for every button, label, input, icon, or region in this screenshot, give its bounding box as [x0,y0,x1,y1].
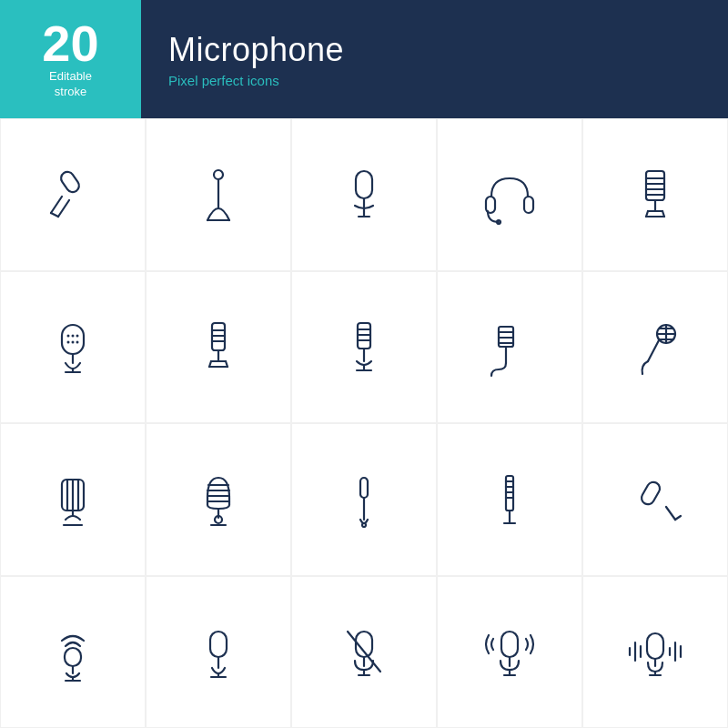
svg-point-25 [72,335,75,338]
icon-lavalier-mic [291,423,437,576]
svg-point-28 [72,341,75,344]
icon-voice-recognition-mic [582,576,728,729]
icon-vintage-studio-mic [582,118,728,271]
svg-line-2 [51,213,58,217]
page-subtitle: Pixel perfect icons [168,73,344,88]
svg-line-1 [51,197,62,213]
icon-retro-mic-small [291,118,437,271]
svg-rect-23 [62,325,84,354]
svg-rect-83 [639,480,662,507]
icon-side-address-mic [0,423,146,576]
icon-shotgun-mic [437,423,582,576]
svg-point-24 [67,335,70,338]
svg-rect-109 [647,633,663,659]
icon-ribbon-mic [291,271,437,424]
svg-line-84 [666,507,675,520]
icon-modern-mic-stand [146,271,291,424]
icon-retro-mic-dotted [0,271,146,424]
icon-handheld-mic [0,118,146,271]
icons-grid [0,118,728,728]
page-title: Microphone [168,31,344,69]
svg-line-3 [58,200,69,217]
icon-handheld-drop-mic [582,423,728,576]
svg-point-27 [67,341,70,344]
icon-wireless-mic [0,576,146,729]
svg-rect-0 [58,169,81,195]
icon-reporter-mic [437,271,582,424]
svg-rect-13 [646,171,664,200]
icon-handheld-round-mic [582,271,728,424]
svg-rect-11 [524,197,533,213]
header-text-area: Microphone Pixel perfect icons [141,0,371,118]
icon-desk-mic [146,118,291,271]
svg-rect-99 [501,632,518,657]
svg-point-4 [214,170,223,179]
svg-point-75 [362,523,366,527]
icon-muted-mic [291,576,437,729]
badge-area: 20 Editable stroke [0,0,141,118]
icon-simple-retro-mic [146,576,291,729]
header: 20 Editable stroke Microphone Pixel perf… [0,0,728,118]
svg-point-26 [76,335,79,338]
icon-headphones [437,118,582,271]
svg-rect-90 [210,632,227,657]
badge-number: 20 [42,18,98,69]
svg-line-85 [675,516,681,520]
badge-subtitle: Editable stroke [49,69,92,100]
svg-point-29 [76,341,79,344]
icon-vintage-mic-large [146,423,291,576]
svg-rect-73 [360,478,368,498]
svg-line-59 [648,340,659,361]
svg-rect-86 [65,648,81,666]
icon-active-mic-waves [437,576,582,729]
svg-rect-6 [356,171,372,198]
